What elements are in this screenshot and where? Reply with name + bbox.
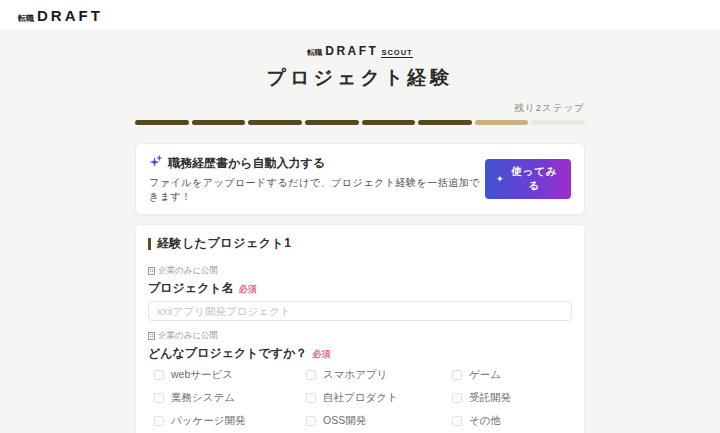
checkbox[interactable]	[154, 393, 164, 403]
building-icon	[148, 267, 155, 275]
project-type-option-web-service[interactable]: webサービス	[154, 368, 306, 382]
visibility-note: 企業のみに公開	[148, 265, 572, 277]
project-type-options: webサービス スマホアプリ ゲーム 業務システム 自社プロダクト	[148, 368, 572, 428]
hero-section: 転職 DRAFT SCOUT プロジェクト経験	[135, 30, 585, 91]
page-title: プロジェクト経験	[135, 65, 585, 91]
project-type-option-smartphone-app[interactable]: スマホアプリ	[306, 368, 452, 382]
progress-segment	[362, 120, 416, 125]
checkbox[interactable]	[154, 416, 164, 426]
required-badge: 必須	[239, 283, 257, 296]
steps-remaining-label: 残り2ステップ	[135, 102, 585, 115]
project-form-panel: 経験したプロジェクト1 企業のみに公開 プロジェクト名 必須	[135, 224, 585, 433]
progress-segment	[135, 120, 189, 125]
visibility-note-label: 企業のみに公開	[158, 265, 218, 277]
visibility-note-label: 企業のみに公開	[158, 330, 218, 342]
progress-segment-current	[475, 120, 529, 125]
scout-logo-kanji: 転職	[307, 48, 322, 58]
checkbox[interactable]	[452, 370, 462, 380]
field-project-type: 企業のみに公開 どんなプロジェクトですか？ 必須 webサービス スマホアプリ …	[148, 330, 572, 428]
checkbox[interactable]	[306, 416, 316, 426]
project-type-option-inhouse-product[interactable]: 自社プロダクト	[306, 391, 452, 405]
building-icon	[148, 332, 155, 340]
project-type-option-contract-dev[interactable]: 受託開発	[452, 391, 572, 405]
checkbox[interactable]	[452, 416, 462, 426]
progress-bar	[135, 120, 585, 125]
section-title: 経験したプロジェクト1	[157, 235, 291, 252]
sparkle-icon	[149, 154, 163, 172]
checkbox[interactable]	[306, 370, 316, 380]
checkbox[interactable]	[306, 393, 316, 403]
project-type-option-oss-dev[interactable]: OSS開発	[306, 414, 452, 428]
site-logo[interactable]: 転職 DRAFT	[18, 7, 103, 24]
site-logo-text: DRAFT	[37, 7, 103, 24]
project-type-option-other[interactable]: その他	[452, 414, 572, 428]
project-name-label: プロジェクト名	[148, 280, 234, 297]
try-autofill-button[interactable]: ✦ 使ってみる	[485, 159, 571, 199]
site-logo-kanji: 転職	[18, 13, 34, 24]
field-project-name: 企業のみに公開 プロジェクト名 必須	[148, 265, 572, 321]
autofill-banner: 職務経歴書から自動入力する ファイルをアップロードするだけで、プロジェクト経験を…	[135, 143, 585, 215]
try-autofill-button-label: 使ってみる	[509, 165, 560, 193]
progress-segment-todo	[531, 120, 585, 125]
progress-segment	[248, 120, 302, 125]
checkbox[interactable]	[154, 370, 164, 380]
section-heading-bar	[148, 238, 151, 250]
project-name-input[interactable]	[148, 301, 572, 321]
project-type-option-business-system[interactable]: 業務システム	[154, 391, 306, 405]
top-bar: 転職 DRAFT	[0, 0, 720, 30]
scout-logo-text: DRAFT	[325, 44, 378, 58]
sparkle-icon: ✦	[496, 175, 505, 184]
progress-segment	[192, 120, 246, 125]
project-type-label: どんなプロジェクトですか？	[148, 345, 307, 362]
section-heading: 経験したプロジェクト1	[148, 235, 572, 252]
project-type-option-package-dev[interactable]: パッケージ開発	[154, 414, 306, 428]
project-type-option-game[interactable]: ゲーム	[452, 368, 572, 382]
scout-logo-suffix: SCOUT	[381, 48, 412, 58]
autofill-description: ファイルをアップロードするだけで、プロジェクト経験を一括追加できます！	[149, 176, 485, 204]
required-badge: 必須	[312, 348, 330, 361]
progress-segment	[418, 120, 472, 125]
progress-segment	[305, 120, 359, 125]
visibility-note: 企業のみに公開	[148, 330, 572, 342]
scout-logo: 転職 DRAFT SCOUT	[307, 44, 412, 58]
checkbox[interactable]	[452, 393, 462, 403]
autofill-title: 職務経歴書から自動入力する	[168, 155, 325, 172]
